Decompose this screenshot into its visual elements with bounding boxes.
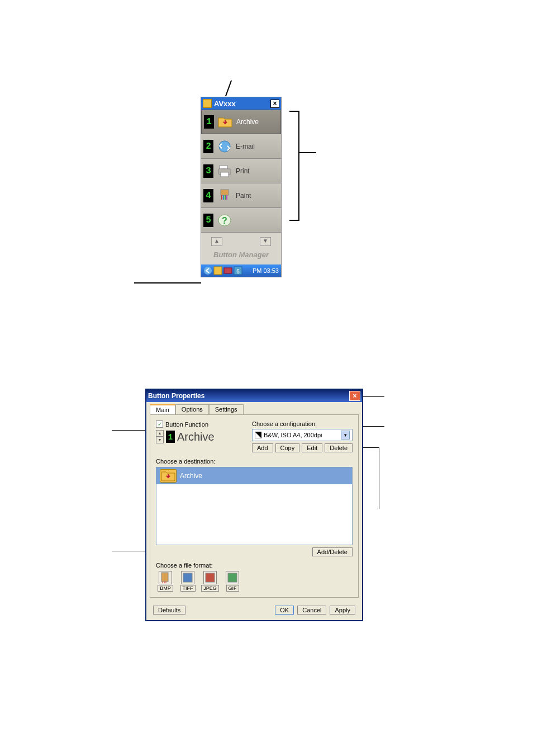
- svg-rect-13: [183, 573, 192, 582]
- button-row-email[interactable]: 2 E-mail: [201, 134, 281, 159]
- button-row-print[interactable]: 3 Print: [201, 159, 281, 183]
- button-row-help[interactable]: 5 ?: [201, 208, 281, 233]
- svg-rect-1: [220, 166, 227, 169]
- destination-label: Choose a destination:: [156, 458, 353, 465]
- function-name: Archive: [177, 431, 215, 443]
- button-function-label: Button Function: [165, 421, 208, 428]
- ok-button[interactable]: OK: [275, 606, 294, 615]
- svg-text:6: 6: [236, 268, 240, 275]
- button-label-paint: Paint: [236, 192, 251, 200]
- close-button[interactable]: ×: [349, 391, 360, 401]
- button-label-print: Print: [236, 167, 250, 175]
- taskbar-icon-4[interactable]: 6: [234, 266, 242, 275]
- panel-footer: ▲ ▼ Button Manager: [201, 233, 281, 264]
- button-number-4: 4: [203, 189, 213, 202]
- close-button[interactable]: ×: [270, 100, 279, 108]
- delete-button[interactable]: Delete: [325, 443, 353, 452]
- help-icon: ?: [217, 212, 232, 228]
- function-number-icon: 1: [166, 431, 175, 443]
- panel-titlebar: AVxxx ×: [201, 97, 281, 110]
- button-number-1: 1: [204, 115, 214, 129]
- format-gif[interactable]: GIF: [223, 571, 242, 592]
- taskbar-icon-2[interactable]: [213, 266, 222, 275]
- brush-icon: [217, 188, 232, 204]
- panel-title: AVxxx: [214, 100, 268, 108]
- add-button[interactable]: Add: [252, 443, 273, 452]
- config-label: Choose a configuration:: [252, 420, 353, 427]
- button-manager-label: Button Manager: [206, 251, 277, 259]
- button-function-checkbox[interactable]: ✓: [156, 420, 163, 428]
- format-tiff[interactable]: TIFF: [178, 571, 197, 592]
- config-value: B&W, ISO A4, 200dpi: [264, 432, 322, 438]
- bmp-icon: [159, 571, 172, 584]
- button-label-email: E-mail: [236, 143, 255, 150]
- down-button[interactable]: ▼: [260, 237, 271, 246]
- add-delete-button[interactable]: Add/Delete: [312, 547, 353, 556]
- mail-icon: [217, 139, 232, 154]
- svg-text:?: ?: [222, 216, 227, 225]
- button-number-5: 5: [203, 214, 213, 227]
- svg-rect-12: [161, 573, 168, 582]
- jpeg-icon: [203, 571, 217, 584]
- printer-icon: [217, 163, 232, 179]
- dropdown-arrow-icon: ▾: [341, 431, 350, 440]
- format-label: Choose a file format:: [156, 562, 353, 569]
- button-row-paint[interactable]: 4 Paint: [201, 183, 281, 208]
- folder-down-icon: [160, 469, 177, 483]
- taskbar-icon-1[interactable]: [203, 266, 212, 275]
- button-properties-dialog: Button Properties × Main Options Setting…: [145, 389, 363, 621]
- button-row-archive[interactable]: 1 Archive: [201, 110, 281, 134]
- gif-icon: [226, 571, 239, 584]
- format-jpeg[interactable]: JPEG: [201, 571, 220, 592]
- svg-rect-4: [221, 190, 229, 195]
- tab-main[interactable]: Main: [150, 404, 175, 414]
- svg-rect-9: [224, 268, 232, 273]
- button-number-3: 3: [203, 164, 213, 178]
- bw-icon: [255, 432, 261, 438]
- taskbar: 6 PM 03:53: [201, 264, 281, 277]
- svg-rect-3: [221, 172, 229, 177]
- destination-item-archive[interactable]: Archive: [156, 467, 352, 484]
- tabs: Main Options Settings: [146, 402, 362, 414]
- button-number-2: 2: [203, 140, 213, 153]
- dialog-footer: Defaults OK Cancel Apply: [146, 601, 362, 620]
- config-dropdown[interactable]: B&W, ISO A4, 200dpi ▾: [252, 429, 353, 441]
- function-spinner[interactable]: ▴ ▾: [156, 430, 164, 443]
- taskbar-icon-3[interactable]: [223, 266, 232, 275]
- taskbar-time: PM 03:53: [253, 267, 279, 274]
- tab-settings[interactable]: Settings: [209, 404, 244, 414]
- svg-rect-8: [214, 267, 222, 275]
- svg-rect-14: [206, 573, 215, 582]
- svg-point-7: [204, 267, 212, 275]
- edit-button[interactable]: Edit: [302, 443, 322, 452]
- destination-list[interactable]: Archive: [156, 467, 353, 545]
- app-icon: [203, 99, 212, 108]
- defaults-button[interactable]: Defaults: [153, 606, 185, 615]
- copy-button[interactable]: Copy: [275, 443, 300, 452]
- dialog-titlebar: Button Properties ×: [146, 390, 362, 402]
- destination-item-label: Archive: [180, 472, 202, 480]
- tiff-icon: [181, 571, 194, 584]
- tab-options[interactable]: Options: [175, 404, 209, 414]
- apply-button[interactable]: Apply: [330, 606, 355, 615]
- button-label-archive: Archive: [236, 118, 259, 126]
- svg-rect-15: [228, 573, 237, 582]
- button-manager-panel: AVxxx × 1 Archive 2 E-mail 3 Print 4 Pai…: [201, 97, 282, 277]
- dialog-title: Button Properties: [148, 392, 204, 400]
- tab-content: ✓ Button Function ▴ ▾ 1 Archive Choose a…: [150, 414, 359, 598]
- folder-down-icon: [217, 114, 233, 130]
- cancel-button[interactable]: Cancel: [297, 606, 326, 615]
- format-bmp[interactable]: BMP: [156, 571, 175, 592]
- up-button[interactable]: ▲: [211, 237, 222, 246]
